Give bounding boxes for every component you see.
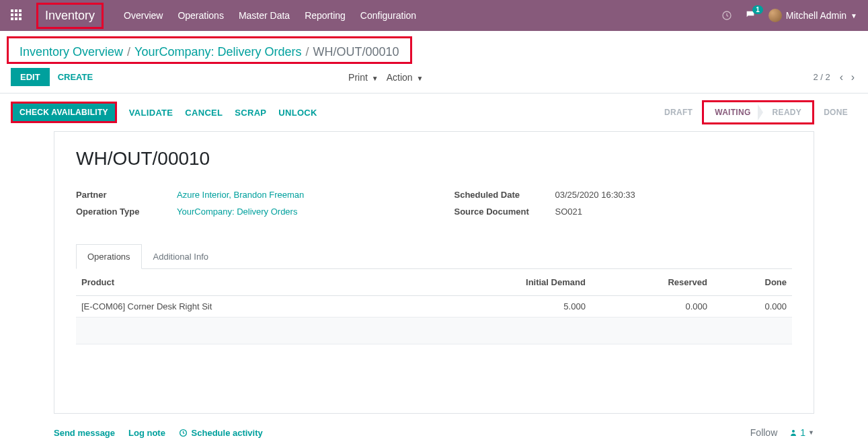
action-dropdown[interactable]: Action ▼ [387, 72, 424, 83]
crumb-sep: / [306, 45, 309, 59]
breadcrumb: Inventory Overview / YourCompany: Delive… [7, 36, 412, 64]
nav-master-data[interactable]: Master Data [239, 10, 290, 21]
crumb-sep: / [127, 45, 130, 59]
log-note-button[interactable]: Log note [128, 428, 165, 438]
caret-icon: ▼ [851, 12, 857, 20]
schedule-activity-button[interactable]: Schedule activity [179, 428, 263, 438]
send-message-button[interactable]: Send message [54, 428, 115, 438]
follow-button[interactable]: Follow [750, 427, 777, 438]
tab-operations[interactable]: Operations [76, 244, 142, 269]
tab-additional-info[interactable]: Additional Info [142, 244, 220, 269]
crumb-delivery-orders[interactable]: YourCompany: Delivery Orders [134, 45, 301, 59]
caret-icon: ▼ [808, 429, 814, 436]
user-name: Mitchell Admin [786, 10, 846, 21]
record-title: WH/OUT/00010 [76, 148, 792, 170]
unlock-button[interactable]: UNLOCK [278, 108, 317, 118]
status-draft: DRAFT [655, 104, 702, 121]
cell-reserved: 0.000 [591, 296, 713, 318]
table-row[interactable]: [E-COM06] Corner Desk Right Sit 5.000 0.… [76, 296, 792, 318]
scrap-button[interactable]: SCRAP [235, 108, 266, 118]
status-ready: READY [763, 104, 812, 121]
edit-button[interactable]: EDIT [11, 68, 50, 86]
source-doc-label: Source Document [455, 207, 555, 217]
nav-operations[interactable]: Operations [177, 10, 223, 21]
nav-configuration[interactable]: Configuration [360, 10, 416, 21]
crumb-current: WH/OUT/00010 [313, 45, 399, 59]
clock-icon[interactable] [721, 10, 732, 21]
app-title[interactable]: Inventory [36, 3, 104, 29]
conversations-icon[interactable]: 1 [744, 9, 756, 22]
pager-prev[interactable]: ‹ [837, 71, 846, 83]
pager-text: 2 / 2 [813, 72, 830, 82]
apps-icon[interactable] [11, 9, 23, 22]
create-button[interactable]: CREATE [58, 72, 93, 82]
operations-table: Product Initial Demand Reserved Done [E-… [76, 269, 792, 344]
col-product[interactable]: Product [76, 269, 420, 296]
user-icon [789, 429, 797, 437]
form-sheet: WH/OUT/00010 Partner Azure Interior, Bra… [54, 131, 814, 414]
status-bar: WAITING READY [702, 100, 814, 124]
clock-icon [179, 429, 188, 437]
nav-reporting[interactable]: Reporting [305, 10, 346, 21]
cell-product: [E-COM06] Corner Desk Right Sit [76, 296, 420, 318]
check-availability-button[interactable]: CHECK AVAILABILITY [11, 102, 117, 123]
cell-done: 0.000 [713, 296, 792, 318]
cancel-button[interactable]: CANCEL [185, 108, 223, 118]
optype-link[interactable]: YourCompany: Delivery Orders [177, 207, 297, 217]
svg-point-2 [792, 430, 795, 433]
status-waiting: WAITING [705, 104, 760, 121]
col-initial-demand[interactable]: Initial Demand [420, 269, 591, 296]
col-reserved[interactable]: Reserved [591, 269, 713, 296]
validate-button[interactable]: VALIDATE [129, 108, 173, 118]
chat-badge: 1 [752, 5, 763, 14]
crumb-inventory-overview[interactable]: Inventory Overview [19, 45, 123, 59]
cell-initial: 5.000 [420, 296, 591, 318]
avatar [768, 9, 782, 22]
col-done[interactable]: Done [713, 269, 792, 296]
optype-label: Operation Type [76, 207, 177, 217]
partner-label: Partner [76, 190, 177, 200]
print-dropdown[interactable]: Print ▼ [348, 72, 379, 83]
nav-overview[interactable]: Overview [124, 10, 163, 21]
user-menu[interactable]: Mitchell Admin ▼ [768, 9, 857, 22]
scheduled-date-value: 03/25/2020 16:30:33 [555, 190, 635, 200]
scheduled-date-label: Scheduled Date [455, 190, 555, 200]
partner-link[interactable]: Azure Interior, Brandon Freeman [177, 190, 304, 200]
pager-next[interactable]: › [849, 71, 857, 83]
status-done: DONE [814, 104, 857, 121]
followers-count[interactable]: 1 ▼ [789, 427, 814, 438]
source-doc-value: SO021 [555, 207, 582, 217]
